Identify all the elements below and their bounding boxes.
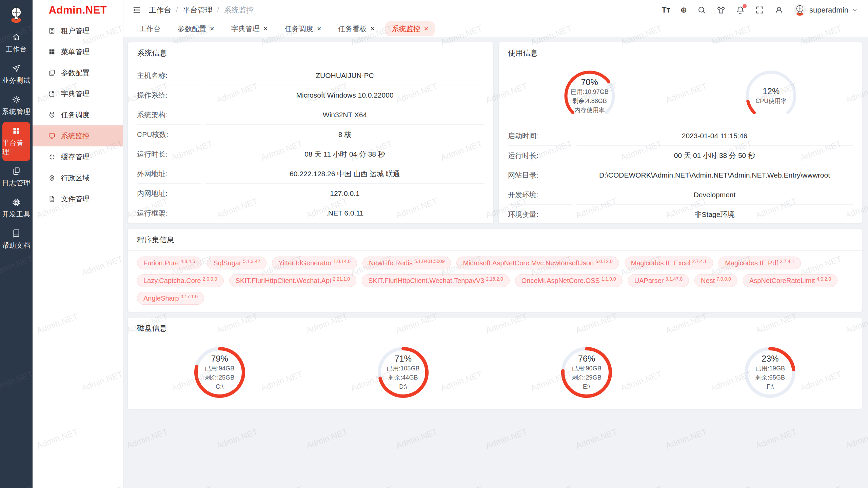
brand-title: Admin.NET	[33, 0, 123, 20]
notification-bell-icon[interactable]	[736, 5, 745, 15]
tab[interactable]: 参数配置×	[171, 21, 221, 36]
info-row-label: 系统架构:	[137, 105, 201, 125]
search-icon[interactable]	[697, 5, 706, 15]
tab[interactable]: 任务调度×	[278, 21, 328, 36]
assembly-tag: SqlSugar5.1.3.42	[207, 257, 267, 269]
submenu-item[interactable]: 行政区域	[33, 167, 123, 188]
gauge-sub-label: 已用:19GB	[755, 364, 785, 373]
gauge-sub-label: 剩余:65GB	[755, 373, 785, 382]
memory-usage-gauge: 70%已用:10.97GB剩余:4.88GB内存使用率	[561, 67, 618, 124]
info-row: 外网地址:60.222.128.26 中国 山西 运城 联通	[137, 164, 484, 184]
info-row-value: 08 天 11 小时 04 分 38 秒	[205, 144, 484, 164]
gauge-cell: 76%已用:90GB剩余:29GBE:\	[495, 344, 678, 401]
rail-item[interactable]: 日志管理	[0, 162, 33, 192]
submenu-item[interactable]: 文件管理	[33, 188, 123, 209]
assembly-tag: Microsoft.AspNetCore.Mvc.NewtonsoftJson6…	[456, 257, 619, 269]
info-row: CPU核数:8 核	[137, 125, 484, 144]
user-name: superadmin	[809, 6, 848, 15]
building-icon	[48, 27, 56, 35]
info-row: 系统架构:Win32NT X64	[137, 105, 484, 125]
gauge-sub-label: F:\	[767, 383, 774, 391]
assembly-tag: Magicodes.IE.Pdf2.7.4.1	[718, 257, 801, 269]
disk-info-card: 磁盘信息 79%已用:94GB剩余:25GBC:\71%已用:105GB剩余:4…	[127, 317, 862, 409]
submenu-item[interactable]: 菜单管理	[33, 41, 123, 62]
submenu-item[interactable]: 系统监控	[33, 125, 123, 146]
tab-close-icon[interactable]: ×	[263, 25, 268, 33]
menu-collapse-icon[interactable]	[132, 5, 141, 15]
tab[interactable]: 工作台	[133, 21, 167, 36]
info-row-label: 网站目录:	[508, 165, 572, 185]
submenu-item-label: 缓存管理	[61, 152, 90, 162]
info-row-label: 内网地址:	[137, 184, 201, 203]
assembly-tag-version: 4.8.4.5	[181, 255, 195, 267]
assembly-info-card: 程序集信息 Furion.Pure4.8.4.5SqlSugar5.1.3.42…	[127, 229, 862, 312]
gauge-cell: 79%已用:94GB剩余:25GBC:\	[128, 344, 311, 401]
submenu-item[interactable]: 任务调度	[33, 104, 123, 125]
tabs-bar: 工作台参数配置×字典管理×任务调度×任务看板×系统监控×	[123, 20, 868, 37]
gear-icon	[12, 95, 21, 104]
submenu-item-label: 系统监控	[61, 131, 90, 141]
assembly-tag: SKIT.FlurlHttpClient.Wechat.TenpayV32.15…	[362, 274, 510, 287]
gauge-cell: 70%已用:10.97GB剩余:4.88GB内存使用率	[499, 67, 680, 124]
fullscreen-icon[interactable]	[755, 5, 764, 15]
info-row-value: Microsoft Windows 10.0.22000	[205, 85, 484, 105]
tab-close-icon[interactable]: ×	[210, 25, 214, 33]
assembly-tag: AngleSharp0.17.1.0	[137, 292, 204, 305]
profile-icon[interactable]	[774, 5, 784, 15]
tab-label: 任务调度	[285, 24, 313, 34]
assembly-tag-version: 4.0.2.0	[816, 273, 831, 285]
assembly-tag-version: 3.1.47.0	[665, 273, 683, 285]
rail-item[interactable]: 工作台	[0, 28, 33, 58]
breadcrumb-item[interactable]: 平台管理	[183, 5, 213, 15]
font-size-icon[interactable]: Tт	[662, 5, 670, 15]
assembly-tag-version: 2.21.1.0	[333, 273, 350, 285]
language-icon[interactable]: ⊕	[680, 5, 687, 15]
grid-icon	[12, 126, 21, 135]
rail-item[interactable]: 业务测试	[0, 60, 33, 89]
submenu-item[interactable]: 参数配置	[33, 62, 123, 83]
assembly-tag-version: 2.7.4.1	[780, 255, 794, 267]
rail-item-label: 日志管理	[2, 179, 31, 188]
tab-close-icon[interactable]: ×	[317, 25, 321, 33]
submenu-item[interactable]: 租户管理	[33, 20, 123, 41]
rail-item[interactable]: 帮助文档	[0, 225, 33, 255]
tab-close-icon[interactable]: ×	[424, 25, 428, 33]
rail-item[interactable]: 开发工具	[0, 194, 33, 223]
assembly-tag-name: Magicodes.IE.Excel	[631, 257, 691, 269]
submenu-item[interactable]: 缓存管理	[33, 146, 123, 167]
assembly-tag: Yitter.IdGenerator1.0.14.0	[272, 257, 357, 269]
tab-close-icon[interactable]: ×	[371, 25, 375, 33]
disk-usage-gauge-e: 76%已用:90GB剩余:29GBE:\	[558, 344, 615, 401]
rail-item[interactable]: 系统管理	[0, 91, 33, 121]
info-row: 启动时间:2023-01-04 11:15:46	[508, 126, 853, 146]
assembly-tag-version: 1.0.14.0	[333, 255, 351, 267]
assembly-tag-name: UAParser	[634, 274, 664, 287]
top-cards-row: 系统信息 主机名称:ZUOHUAIJUN-PC操作系统:Microsoft Wi…	[127, 42, 862, 223]
tab[interactable]: 系统监控×	[385, 21, 435, 36]
doc-copy-icon	[48, 69, 56, 77]
assembly-tag-name: SKIT.FlurlHttpClient.Wechat.TenpayV3	[368, 274, 484, 287]
notification-badge	[743, 4, 747, 8]
assembly-tag-version: 2.15.2.0	[486, 273, 503, 285]
book-icon	[12, 229, 21, 238]
gauge-sub-label: 已用:105GB	[387, 364, 419, 373]
info-row-label: 启动时间:	[508, 126, 572, 146]
user-menu[interactable]: superadmin	[794, 4, 858, 16]
assembly-tag-name: Yitter.IdGenerator	[278, 257, 332, 269]
app-logo[interactable]	[7, 5, 25, 24]
assembly-tag-version: 6.0.12.0	[595, 255, 613, 267]
tab-label: 系统监控	[392, 24, 420, 34]
file-icon	[48, 195, 56, 203]
rail-item[interactable]: 平台管理	[2, 122, 30, 161]
breadcrumb-item[interactable]: 工作台	[149, 5, 171, 15]
info-row-label: 运行框架:	[137, 203, 201, 223]
assembly-tag-version: 7.0.0.0	[716, 273, 731, 285]
info-row-value: 60.222.128.26 中国 山西 运城 联通	[205, 164, 484, 184]
tab[interactable]: 字典管理×	[225, 21, 274, 36]
assembly-tag-version: 2.0.0.0	[203, 273, 217, 285]
assembly-tag-version: 1.1.9.0	[601, 273, 616, 285]
tab-label: 任务看板	[338, 24, 367, 34]
theme-skin-icon[interactable]	[716, 5, 726, 15]
tab[interactable]: 任务看板×	[332, 21, 381, 36]
submenu-item[interactable]: 字典管理	[33, 83, 123, 104]
